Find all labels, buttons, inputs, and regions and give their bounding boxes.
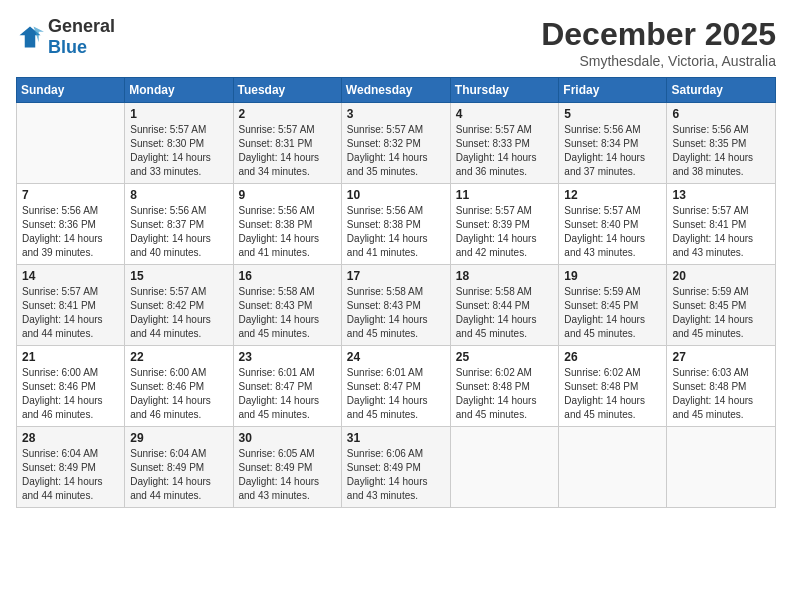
calendar-cell: 10Sunrise: 5:56 AM Sunset: 8:38 PM Dayli… [341, 184, 450, 265]
day-info: Sunrise: 5:57 AM Sunset: 8:39 PM Dayligh… [456, 204, 554, 260]
day-number: 20 [672, 269, 770, 283]
calendar-table: SundayMondayTuesdayWednesdayThursdayFrid… [16, 77, 776, 508]
calendar-cell: 17Sunrise: 5:58 AM Sunset: 8:43 PM Dayli… [341, 265, 450, 346]
day-info: Sunrise: 6:06 AM Sunset: 8:49 PM Dayligh… [347, 447, 445, 503]
calendar-cell: 2Sunrise: 5:57 AM Sunset: 8:31 PM Daylig… [233, 103, 341, 184]
calendar-cell: 3Sunrise: 5:57 AM Sunset: 8:32 PM Daylig… [341, 103, 450, 184]
day-number: 3 [347, 107, 445, 121]
title-block: December 2025 Smythesdale, Victoria, Aus… [541, 16, 776, 69]
day-number: 5 [564, 107, 661, 121]
calendar-cell: 24Sunrise: 6:01 AM Sunset: 8:47 PM Dayli… [341, 346, 450, 427]
calendar-cell: 30Sunrise: 6:05 AM Sunset: 8:49 PM Dayli… [233, 427, 341, 508]
day-info: Sunrise: 5:59 AM Sunset: 8:45 PM Dayligh… [672, 285, 770, 341]
calendar-cell: 9Sunrise: 5:56 AM Sunset: 8:38 PM Daylig… [233, 184, 341, 265]
day-info: Sunrise: 5:56 AM Sunset: 8:37 PM Dayligh… [130, 204, 227, 260]
day-info: Sunrise: 5:58 AM Sunset: 8:43 PM Dayligh… [347, 285, 445, 341]
day-number: 25 [456, 350, 554, 364]
calendar-cell: 27Sunrise: 6:03 AM Sunset: 8:48 PM Dayli… [667, 346, 776, 427]
calendar-cell: 5Sunrise: 5:56 AM Sunset: 8:34 PM Daylig… [559, 103, 667, 184]
calendar-cell: 6Sunrise: 5:56 AM Sunset: 8:35 PM Daylig… [667, 103, 776, 184]
day-number: 28 [22, 431, 119, 445]
day-info: Sunrise: 5:57 AM Sunset: 8:42 PM Dayligh… [130, 285, 227, 341]
day-number: 23 [239, 350, 336, 364]
calendar-cell: 8Sunrise: 5:56 AM Sunset: 8:37 PM Daylig… [125, 184, 233, 265]
logo-icon [16, 23, 44, 51]
day-number: 17 [347, 269, 445, 283]
day-number: 10 [347, 188, 445, 202]
day-info: Sunrise: 5:57 AM Sunset: 8:33 PM Dayligh… [456, 123, 554, 179]
day-number: 24 [347, 350, 445, 364]
day-number: 1 [130, 107, 227, 121]
day-header-wednesday: Wednesday [341, 78, 450, 103]
day-info: Sunrise: 5:56 AM Sunset: 8:36 PM Dayligh… [22, 204, 119, 260]
day-number: 14 [22, 269, 119, 283]
day-number: 27 [672, 350, 770, 364]
day-header-tuesday: Tuesday [233, 78, 341, 103]
day-number: 12 [564, 188, 661, 202]
day-number: 15 [130, 269, 227, 283]
calendar-cell: 28Sunrise: 6:04 AM Sunset: 8:49 PM Dayli… [17, 427, 125, 508]
day-info: Sunrise: 6:02 AM Sunset: 8:48 PM Dayligh… [564, 366, 661, 422]
calendar-cell: 18Sunrise: 5:58 AM Sunset: 8:44 PM Dayli… [450, 265, 559, 346]
day-info: Sunrise: 6:04 AM Sunset: 8:49 PM Dayligh… [130, 447, 227, 503]
day-info: Sunrise: 6:03 AM Sunset: 8:48 PM Dayligh… [672, 366, 770, 422]
calendar-cell: 16Sunrise: 5:58 AM Sunset: 8:43 PM Dayli… [233, 265, 341, 346]
calendar-cell: 7Sunrise: 5:56 AM Sunset: 8:36 PM Daylig… [17, 184, 125, 265]
day-number: 9 [239, 188, 336, 202]
day-info: Sunrise: 5:56 AM Sunset: 8:35 PM Dayligh… [672, 123, 770, 179]
calendar-cell: 14Sunrise: 5:57 AM Sunset: 8:41 PM Dayli… [17, 265, 125, 346]
day-number: 7 [22, 188, 119, 202]
day-header-thursday: Thursday [450, 78, 559, 103]
day-number: 21 [22, 350, 119, 364]
day-header-monday: Monday [125, 78, 233, 103]
day-number: 18 [456, 269, 554, 283]
calendar-cell: 1Sunrise: 5:57 AM Sunset: 8:30 PM Daylig… [125, 103, 233, 184]
calendar-cell: 31Sunrise: 6:06 AM Sunset: 8:49 PM Dayli… [341, 427, 450, 508]
day-info: Sunrise: 6:00 AM Sunset: 8:46 PM Dayligh… [22, 366, 119, 422]
day-info: Sunrise: 5:57 AM Sunset: 8:32 PM Dayligh… [347, 123, 445, 179]
day-number: 16 [239, 269, 336, 283]
page-header: General Blue December 2025 Smythesdale, … [16, 16, 776, 69]
calendar-cell: 26Sunrise: 6:02 AM Sunset: 8:48 PM Dayli… [559, 346, 667, 427]
day-info: Sunrise: 5:56 AM Sunset: 8:38 PM Dayligh… [347, 204, 445, 260]
calendar-cell [450, 427, 559, 508]
day-info: Sunrise: 6:01 AM Sunset: 8:47 PM Dayligh… [239, 366, 336, 422]
day-info: Sunrise: 5:58 AM Sunset: 8:43 PM Dayligh… [239, 285, 336, 341]
calendar-cell: 4Sunrise: 5:57 AM Sunset: 8:33 PM Daylig… [450, 103, 559, 184]
calendar-cell [559, 427, 667, 508]
day-info: Sunrise: 5:57 AM Sunset: 8:30 PM Dayligh… [130, 123, 227, 179]
day-info: Sunrise: 6:04 AM Sunset: 8:49 PM Dayligh… [22, 447, 119, 503]
day-number: 30 [239, 431, 336, 445]
day-info: Sunrise: 5:56 AM Sunset: 8:38 PM Dayligh… [239, 204, 336, 260]
month-title: December 2025 [541, 16, 776, 53]
calendar-cell: 15Sunrise: 5:57 AM Sunset: 8:42 PM Dayli… [125, 265, 233, 346]
day-info: Sunrise: 5:57 AM Sunset: 8:40 PM Dayligh… [564, 204, 661, 260]
day-info: Sunrise: 5:58 AM Sunset: 8:44 PM Dayligh… [456, 285, 554, 341]
calendar-cell: 29Sunrise: 6:04 AM Sunset: 8:49 PM Dayli… [125, 427, 233, 508]
day-info: Sunrise: 6:00 AM Sunset: 8:46 PM Dayligh… [130, 366, 227, 422]
day-number: 26 [564, 350, 661, 364]
calendar-cell: 20Sunrise: 5:59 AM Sunset: 8:45 PM Dayli… [667, 265, 776, 346]
location-subtitle: Smythesdale, Victoria, Australia [541, 53, 776, 69]
day-number: 8 [130, 188, 227, 202]
logo-blue: Blue [48, 37, 87, 57]
calendar-cell: 11Sunrise: 5:57 AM Sunset: 8:39 PM Dayli… [450, 184, 559, 265]
calendar-cell: 25Sunrise: 6:02 AM Sunset: 8:48 PM Dayli… [450, 346, 559, 427]
day-number: 22 [130, 350, 227, 364]
day-number: 6 [672, 107, 770, 121]
calendar-cell: 12Sunrise: 5:57 AM Sunset: 8:40 PM Dayli… [559, 184, 667, 265]
day-info: Sunrise: 5:57 AM Sunset: 8:31 PM Dayligh… [239, 123, 336, 179]
day-info: Sunrise: 5:59 AM Sunset: 8:45 PM Dayligh… [564, 285, 661, 341]
logo: General Blue [16, 16, 115, 58]
day-info: Sunrise: 5:57 AM Sunset: 8:41 PM Dayligh… [22, 285, 119, 341]
day-info: Sunrise: 6:02 AM Sunset: 8:48 PM Dayligh… [456, 366, 554, 422]
day-number: 4 [456, 107, 554, 121]
day-header-friday: Friday [559, 78, 667, 103]
calendar-cell: 23Sunrise: 6:01 AM Sunset: 8:47 PM Dayli… [233, 346, 341, 427]
logo-general: General [48, 16, 115, 36]
calendar-cell: 19Sunrise: 5:59 AM Sunset: 8:45 PM Dayli… [559, 265, 667, 346]
day-number: 13 [672, 188, 770, 202]
day-info: Sunrise: 6:05 AM Sunset: 8:49 PM Dayligh… [239, 447, 336, 503]
calendar-cell: 13Sunrise: 5:57 AM Sunset: 8:41 PM Dayli… [667, 184, 776, 265]
day-number: 11 [456, 188, 554, 202]
